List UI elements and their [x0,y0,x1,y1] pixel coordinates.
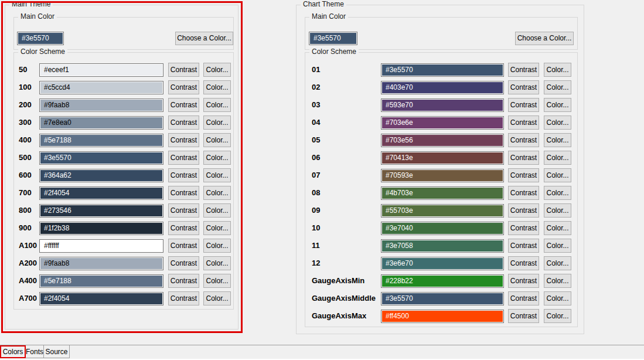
color-scheme-row: 100 #c5ccd4 Contrast Color... [14,80,233,94]
scheme-color-field[interactable]: #703e6e [381,116,504,130]
contrast-button[interactable]: Contrast [168,239,199,253]
main-color-field[interactable]: #3e5570 [309,32,357,45]
main-color-group-title: Main Color [18,12,57,21]
main-color-field[interactable]: #3e5570 [17,32,64,45]
scheme-color-field[interactable]: #7e8ea0 [39,116,163,130]
contrast-button[interactable]: Contrast [508,151,539,165]
color-button[interactable]: Color... [203,186,231,200]
color-button[interactable]: Color... [203,98,231,112]
color-button[interactable]: Color... [544,309,571,323]
choose-color-button[interactable]: Choose a Color... [515,32,574,45]
contrast-button[interactable]: Contrast [508,63,539,77]
scheme-color-field[interactable]: #70413e [381,151,504,165]
scheme-color-field[interactable]: #4b703e [381,186,504,200]
color-scheme-row: GaugeAxisMin #228b22 Contrast Color... [305,274,577,288]
color-button[interactable]: Color... [544,221,571,235]
color-scheme-row: 02 #403e70 Contrast Color... [305,80,577,94]
contrast-button[interactable]: Contrast [168,221,199,235]
scheme-color-field[interactable]: #70593e [381,169,504,182]
scheme-color-field[interactable]: #2f4054 [39,292,163,305]
tab-source[interactable]: Source [44,345,70,358]
color-button[interactable]: Color... [544,256,571,270]
color-button[interactable]: Color... [203,239,231,253]
contrast-button[interactable]: Contrast [508,274,539,288]
contrast-button[interactable]: Contrast [168,151,199,165]
contrast-button[interactable]: Contrast [168,98,199,112]
color-button[interactable]: Color... [203,168,231,182]
scheme-row-label: 11 [312,239,380,253]
color-button[interactable]: Color... [203,274,231,288]
contrast-button[interactable]: Contrast [508,116,539,130]
contrast-button[interactable]: Contrast [508,98,539,112]
contrast-button[interactable]: Contrast [168,63,199,77]
contrast-button[interactable]: Contrast [168,133,199,147]
scheme-color-field[interactable]: #eceef1 [39,63,163,77]
color-button[interactable]: Color... [544,168,571,182]
contrast-button[interactable]: Contrast [168,274,199,288]
color-button[interactable]: Color... [544,133,571,147]
scheme-color-field[interactable]: #2f4054 [39,186,163,200]
contrast-button[interactable]: Contrast [168,203,199,218]
scheme-color-field[interactable]: #5e7188 [39,274,163,288]
scheme-color-field[interactable]: #364a62 [39,169,163,182]
scheme-color-field[interactable]: #3e7040 [381,222,504,235]
contrast-button[interactable]: Contrast [508,133,539,147]
color-button[interactable]: Color... [544,80,571,94]
contrast-button[interactable]: Contrast [508,203,539,218]
main-color-group: Main Color #3e5570 Choose a Color... [13,17,234,50]
scheme-color-field[interactable]: #ffffff [39,239,163,253]
contrast-button[interactable]: Contrast [168,116,199,130]
contrast-button[interactable]: Contrast [508,309,539,323]
color-button[interactable]: Color... [544,274,571,288]
color-button[interactable]: Color... [203,133,231,147]
color-button[interactable]: Color... [203,116,231,130]
scheme-color-field[interactable]: #9faab8 [39,257,163,270]
scheme-color-field[interactable]: #593e70 [381,99,504,112]
scheme-color-field[interactable]: #703e56 [381,134,504,147]
color-button[interactable]: Color... [544,98,571,112]
scheme-color-field[interactable]: #1f2b38 [39,222,163,235]
color-button[interactable]: Color... [544,116,571,130]
contrast-button[interactable]: Contrast [508,221,539,235]
contrast-button[interactable]: Contrast [168,168,199,182]
scheme-color-field[interactable]: #3e5570 [381,292,504,305]
color-button[interactable]: Color... [203,151,231,165]
color-button[interactable]: Color... [544,151,571,165]
contrast-button[interactable]: Contrast [508,256,539,270]
contrast-button[interactable]: Contrast [168,256,199,270]
contrast-button[interactable]: Contrast [508,168,539,182]
contrast-button[interactable]: Contrast [508,80,539,94]
contrast-button[interactable]: Contrast [508,186,539,200]
color-button[interactable]: Color... [203,221,231,235]
scheme-color-field[interactable]: #5e7188 [39,134,163,147]
choose-color-button[interactable]: Choose a Color... [175,32,233,45]
scheme-color-field[interactable]: #3e5570 [39,151,163,165]
color-button[interactable]: Color... [203,291,231,305]
scheme-color-field[interactable]: #9faab8 [39,99,163,112]
contrast-button[interactable]: Contrast [168,186,199,200]
scheme-color-field[interactable]: #3e6e70 [381,257,504,270]
scheme-color-field[interactable]: #3e7058 [381,239,504,253]
color-button[interactable]: Color... [203,63,231,77]
contrast-button[interactable]: Contrast [508,291,539,305]
color-button[interactable]: Color... [203,256,231,270]
color-button[interactable]: Color... [544,63,571,77]
color-button[interactable]: Color... [544,291,571,305]
scheme-color-field[interactable]: #403e70 [381,81,504,94]
color-button[interactable]: Color... [544,203,571,218]
contrast-button[interactable]: Contrast [168,291,199,305]
color-button[interactable]: Color... [203,203,231,218]
tab-colors[interactable]: Colors [0,345,26,358]
scheme-color-field[interactable]: #ff4500 [381,310,504,323]
contrast-button[interactable]: Contrast [168,80,199,94]
scheme-color-field[interactable]: #228b22 [381,274,504,288]
scheme-color-field[interactable]: #3e5570 [381,63,504,77]
tab-fonts[interactable]: Fonts [26,345,44,358]
contrast-button[interactable]: Contrast [508,239,539,253]
color-button[interactable]: Color... [544,239,571,253]
color-button[interactable]: Color... [203,80,231,94]
color-button[interactable]: Color... [544,186,571,200]
scheme-color-field[interactable]: #c5ccd4 [39,81,163,94]
scheme-color-field[interactable]: #55703e [381,204,504,218]
scheme-color-field[interactable]: #273546 [39,204,163,218]
